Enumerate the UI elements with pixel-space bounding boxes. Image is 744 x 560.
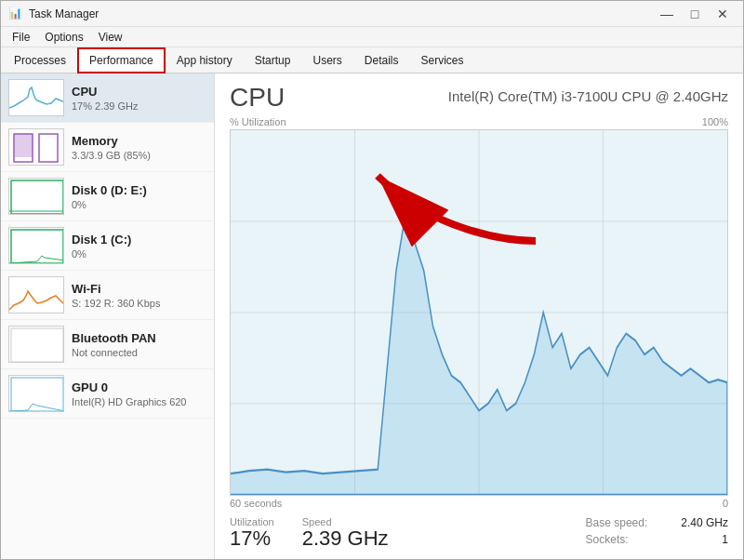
window-title: Task Manager [29,7,99,20]
utilization-value: 17% [230,527,274,550]
svg-rect-5 [11,328,63,362]
menu-file[interactable]: File [5,29,37,46]
tab-users[interactable]: Users [301,47,352,73]
task-manager-window: 📊 Task Manager — □ ✕ File Options View P… [0,0,744,560]
wifi-thumbnail [8,276,64,313]
content-area: CPU 17% 2.39 GHz Memory 3.3/3.9 GB (85%) [1,73,743,559]
title-bar-left: 📊 Task Manager [8,7,99,21]
title-bar-controls: — □ ✕ [654,5,736,23]
cpu-name: CPU [72,85,139,99]
bluetooth-info: Bluetooth PAN Not connected [72,331,156,358]
cpu-info: CPU 17% 2.39 GHz [72,85,139,112]
main-panel-title: CPU [230,83,285,113]
wifi-info: Wi-Fi S: 192 R: 360 Kbps [72,282,160,309]
memory-info: Memory 3.3/3.9 GB (85%) [72,134,151,161]
minimize-button[interactable]: — [654,5,680,23]
sidebar: CPU 17% 2.39 GHz Memory 3.3/3.9 GB (85%) [1,73,215,559]
wifi-name: Wi-Fi [72,282,160,296]
speed-label: Speed [302,516,389,527]
disk0-detail: 0% [72,199,147,210]
cpu-detail: 17% 2.39 GHz [72,100,139,112]
speed-value: 2.39 GHz [302,527,389,550]
tab-details[interactable]: Details [353,47,410,73]
close-button[interactable]: ✕ [710,5,736,23]
y-axis-label: % Utilization [230,116,286,127]
utilization-label: Utilization [230,516,274,527]
sidebar-item-disk0[interactable]: Disk 0 (D: E:) 0% [1,172,214,221]
disk1-info: Disk 1 (C:) 0% [72,233,131,260]
bluetooth-name: Bluetooth PAN [72,331,156,345]
sidebar-item-disk1[interactable]: Disk 1 (C:) 0% [1,221,214,271]
gpu0-thumbnail [8,375,64,412]
bluetooth-detail: Not connected [72,347,156,358]
sidebar-item-memory[interactable]: Memory 3.3/3.9 GB (85%) [1,123,214,172]
utilization-stat: Utilization 17% [230,516,274,550]
sockets-value: 1 [666,533,728,546]
gpu0-detail: Intel(R) HD Graphics 620 [72,396,187,407]
svg-rect-2 [39,134,58,162]
bluetooth-thumbnail [8,326,64,363]
menu-view[interactable]: View [91,29,130,46]
stats-right-grid: Base speed: 2.40 GHz Sockets: 1 [586,516,728,546]
disk0-info: Disk 0 (D: E:) 0% [72,183,147,210]
base-speed-label: Base speed: [586,516,648,529]
disk1-thumbnail [8,227,64,264]
svg-rect-6 [11,378,63,411]
sidebar-item-gpu0[interactable]: GPU 0 Intel(R) HD Graphics 620 [1,369,214,419]
sidebar-item-wifi[interactable]: Wi-Fi S: 192 R: 360 Kbps [1,271,214,320]
wifi-detail: S: 192 R: 360 Kbps [72,298,160,309]
time-start: 60 seconds [230,498,282,509]
tab-startup[interactable]: Startup [244,47,302,73]
svg-rect-4 [11,230,63,263]
sidebar-item-bluetooth[interactable]: Bluetooth PAN Not connected [1,320,214,369]
menu-options[interactable]: Options [37,29,90,46]
sidebar-item-cpu[interactable]: CPU 17% 2.39 GHz [1,73,214,123]
tab-services[interactable]: Services [410,47,475,73]
disk1-name: Disk 1 (C:) [72,233,131,247]
disk0-thumbnail [8,178,64,215]
svg-rect-3 [11,180,63,214]
gpu0-name: GPU 0 [72,380,187,394]
tab-bar: Processes Performance App history Startu… [1,47,743,73]
tab-processes[interactable]: Processes [3,47,77,73]
cpu-chart [230,129,728,496]
chart-axis-labels: % Utilization 100% [230,116,728,127]
memory-name: Memory [72,134,151,148]
cpu-model-name: Intel(R) Core(TM) i3-7100U CPU @ 2.40GHz [448,88,728,104]
disk1-detail: 0% [72,248,131,260]
title-bar: 📊 Task Manager — □ ✕ [1,1,743,27]
main-header: CPU Intel(R) Core(TM) i3-7100U CPU @ 2.4… [230,83,728,113]
gpu0-info: GPU 0 Intel(R) HD Graphics 620 [72,380,187,407]
speed-stat: Speed 2.39 GHz [302,516,389,550]
base-speed-value: 2.40 GHz [666,516,728,529]
chart-time-labels: 60 seconds 0 [230,498,728,509]
menu-bar: File Options View [1,27,743,47]
svg-rect-1 [14,134,33,157]
cpu-chart-svg [231,130,727,495]
tab-app-history[interactable]: App history [166,47,244,73]
tab-performance[interactable]: Performance [77,47,166,73]
stats-row: Utilization 17% Speed 2.39 GHz Base spee… [230,516,728,550]
main-panel: CPU Intel(R) Core(TM) i3-7100U CPU @ 2.4… [215,73,743,559]
memory-thumbnail [8,128,64,166]
stats-right: Base speed: 2.40 GHz Sockets: 1 [586,516,728,550]
y-axis-max: 100% [702,116,728,127]
memory-detail: 3.3/3.9 GB (85%) [72,150,151,161]
sockets-label: Sockets: [586,533,648,546]
app-icon: 📊 [8,7,23,21]
disk0-name: Disk 0 (D: E:) [72,183,147,197]
time-end: 0 [723,498,728,509]
maximize-button[interactable]: □ [682,5,708,23]
cpu-thumbnail [8,79,64,116]
